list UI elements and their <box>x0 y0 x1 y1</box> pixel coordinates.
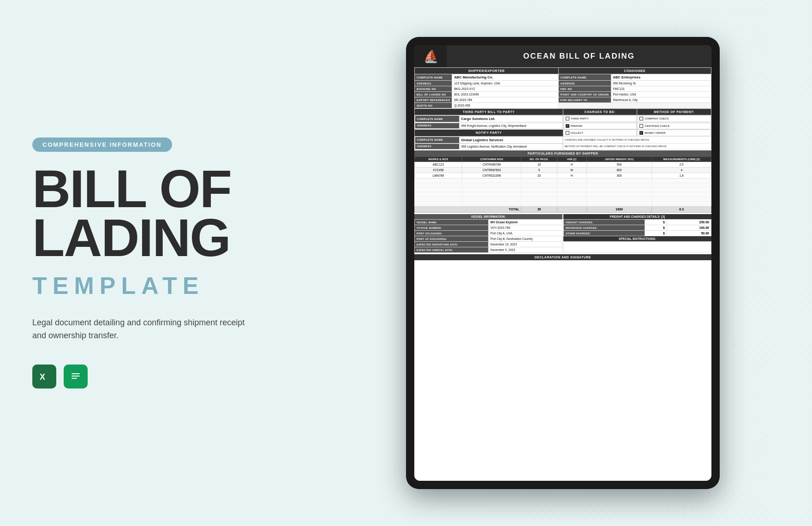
point-value: Port Harbor, USA <box>611 92 711 97</box>
certified-chk <box>639 124 643 128</box>
pkgs-3: 20 <box>521 173 557 179</box>
tp-addr-label: ADDRESS <box>415 123 459 128</box>
container-3: CNTR321098 <box>462 173 521 179</box>
particulars-row-3: LMN789 CNTR321098 20 H 300 1.8 <box>415 173 711 179</box>
third-party-chk <box>566 117 569 120</box>
payment-note: METHOD OF PAYMENT WILL BE COMPANY CHECK … <box>563 143 711 149</box>
consignee-name-value: ABC Enterprises <box>611 74 711 81</box>
special-instructions-field <box>563 241 711 252</box>
doc-title: OCEAN BILL OF LADING <box>447 45 711 67</box>
tp-name-value: Cargo Solutions Ltd. <box>459 116 562 122</box>
particulars-header: PARTICULARS FURNISHED BY SHIPPER <box>414 150 711 156</box>
empty-row-1 <box>415 179 711 183</box>
booking-label: BOOKING NO <box>415 86 452 92</box>
special-instructions: SPECIAL INSTRUCTIONS: <box>563 236 711 241</box>
total-row: TOTAL 35 1600 8.3 <box>415 206 711 213</box>
consignee-header: CONSIGNEE <box>558 68 711 74</box>
money-order-checkbox: ✓ MONEY ORDER <box>637 130 711 136</box>
freight-section: FREIGHT AND CHARGES DETAILS: [3] FREIGHT… <box>563 214 711 253</box>
tp-inner: COMPLETE NAME Cargo Solutions Ltd. <box>415 115 563 122</box>
money-order-label: MONEY ORDER <box>645 132 665 134</box>
meas-1: 2.5 <box>652 162 711 167</box>
freight-table: FREIGHT CHARGES: $ 250.00 INSURANCE CHAR… <box>563 219 711 236</box>
container-1: CNTR456789 <box>462 162 521 167</box>
doc-logo: ⛵ <box>414 45 447 67</box>
vessel-table: VESSEL NAME: MV Ocean Explorer VOYAGE NU… <box>414 219 562 253</box>
company-check-checkbox: COMPANY CHECK <box>637 115 711 122</box>
export-ref-value: ER-2023-789 <box>452 97 558 103</box>
names-row: COMPLETE NAME ABC Manufacturing Co. COMP… <box>415 74 711 81</box>
company-check-cell: COMPANY CHECK <box>637 115 711 123</box>
insurance-label: INSURANCE CHARGES: <box>564 225 645 231</box>
notify-addr-inner-row: ADDRESS 456 Logistics Avenue, Notificati… <box>415 143 562 149</box>
fmc-label: FMC NO <box>558 86 611 92</box>
marks-2: XYZ456 <box>415 167 462 173</box>
other-charges-row: OTHER CHARGES: $ 50.00 <box>564 231 711 236</box>
other-value: 50.00 <box>667 231 711 236</box>
prepaid-chk: ✓ <box>566 124 569 128</box>
company-check-chk <box>639 117 643 120</box>
hm-1: H <box>557 162 586 167</box>
subtitle: TEMPLATE <box>32 272 281 299</box>
description: Legal document detailing and confirming … <box>32 316 254 343</box>
export-delivery-row: EXPORT REFERENCES ER-2023-789 FOR DELIVE… <box>415 97 711 103</box>
shipper-name-label: COMPLETE NAME <box>415 74 452 81</box>
prepaid-label: PREPAID <box>571 125 583 127</box>
total-label: TOTAL <box>415 206 521 213</box>
arrival-value: November 5, 2023 <box>489 247 562 253</box>
tablet-frame: ⛵ OCEAN BILL OF LADING SHIPPER/EXPORTER … <box>406 37 720 489</box>
weight-3: 300 <box>586 173 651 179</box>
col-weight: GROSS WEIGHT (KG) <box>586 157 651 162</box>
freight-label: FREIGHT CHARGES: <box>564 220 645 225</box>
charges-note: CHARGES ARE ASSUMED COLLECT IF NOTHING I… <box>563 136 711 143</box>
svg-rect-5 <box>72 378 77 379</box>
booking-fmc-row: BOOKING NO BKG-2023-XYZ FMC NO FMC123 <box>415 86 711 92</box>
weight-2: 800 <box>586 167 651 173</box>
insurance-value: 100.00 <box>667 225 711 231</box>
insurance-row: INSURANCE CHARGES: $ 100.00 <box>564 225 711 231</box>
delivery-label: FOR DELIVERY TO <box>558 97 611 103</box>
notify-addr-value: 456 Logistics Avenue, Notification City,… <box>459 143 562 149</box>
total-weight: 1600 <box>586 206 651 213</box>
notify-header-row: NOTIFY PARTY COLLECT ✓ MONEY ORDER <box>415 129 711 136</box>
third-party-table: THIRD PARTY BILL TO PARTY CHARGES TO BE:… <box>414 108 711 149</box>
prepaid-check-cell: ✓ PREPAID <box>563 122 637 129</box>
tp-name-row: COMPLETE NAME Cargo Solutions Ltd. THIRD… <box>415 115 711 123</box>
meas-2: 4 <box>652 167 711 173</box>
sheets-svg <box>69 370 83 383</box>
declaration-header: DECLARATION AND SIGNATURE <box>414 254 711 260</box>
tp-name-inner: COMPLETE NAME Cargo Solutions Ltd. <box>415 116 562 122</box>
empty-row-4 <box>415 192 711 197</box>
tp-addr-inner-row: ADDRESS 456 Freight Avenue, Logistics Ci… <box>415 123 562 128</box>
freight-value: 250.00 <box>667 220 711 225</box>
other-label: OTHER CHARGES: <box>564 231 645 236</box>
pkgs-2: 5 <box>521 167 557 173</box>
bol-value: BOL-2023-123456 <box>452 92 558 97</box>
total-pkgs: 35 <box>521 206 557 213</box>
badge: COMPREHENSIVE INFORMATION <box>32 137 172 152</box>
port-discharge-value: Port City B, Destination Country <box>489 236 562 242</box>
voyage-value: VOY-2023-789 <box>489 225 562 231</box>
voyage-label: VOYAGE NUMBER: <box>415 225 489 231</box>
freight-row: FREIGHT CHARGES: $ 250.00 <box>564 220 711 225</box>
payment-header: METHOD OF PAYMENT: <box>637 109 711 115</box>
shipper-addr-label: ADDRESS <box>415 81 452 86</box>
notify-name-row: COMPLETE NAME Global Logistics Services … <box>415 136 711 143</box>
insurance-currency: $ <box>645 225 667 231</box>
pkgs-1: 10 <box>521 162 557 167</box>
port-loading-row: PORT OFLOADING: Port City A, USA <box>415 231 562 236</box>
vessel-section: VESSEL INFORMATION: VESSEL NAME: MV Ocea… <box>414 214 562 253</box>
ship-icon: ⛵ <box>422 48 439 65</box>
excel-svg: X <box>37 370 51 383</box>
hm-3: H <box>557 173 586 179</box>
tp-header-row: THIRD PARTY BILL TO PARTY CHARGES TO BE:… <box>415 109 711 115</box>
charges-header: CHARGES TO BE: <box>563 109 637 115</box>
particulars-table: MARKS & NOS CONTAINER NOS NO. OF PKGS. H… <box>414 156 711 213</box>
port-loading-label: PORT OFLOADING: <box>415 231 489 236</box>
col-container: CONTAINER NOS <box>462 157 521 162</box>
freight-currency: $ <box>645 220 667 225</box>
marks-1: ABC123 <box>415 162 462 167</box>
consignee-name-label: COMPLETE NAME <box>558 74 611 81</box>
empty-row-5 <box>415 197 711 202</box>
title-line2: LADING <box>32 208 230 267</box>
